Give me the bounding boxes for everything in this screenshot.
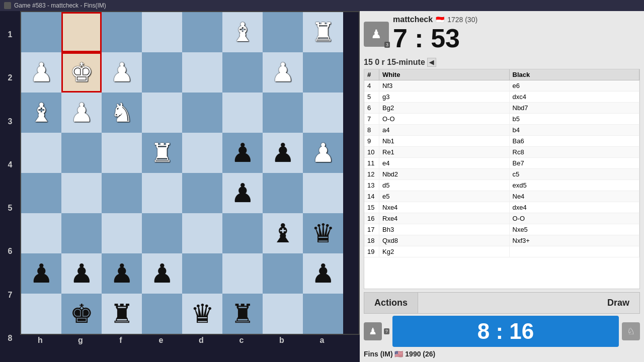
nav-back-button[interactable]: ◀ bbox=[427, 58, 436, 67]
square-6f[interactable] bbox=[102, 213, 142, 253]
move-black[interactable]: Ne4 bbox=[510, 191, 640, 202]
square-3c[interactable] bbox=[222, 93, 263, 133]
square-3a[interactable] bbox=[303, 93, 343, 133]
square-6g[interactable] bbox=[61, 213, 102, 253]
square-1b[interactable] bbox=[263, 12, 303, 52]
move-white[interactable]: Rxe4 bbox=[379, 213, 510, 224]
move-row[interactable]: 8a4b4 bbox=[364, 125, 639, 136]
move-black[interactable]: exd5 bbox=[510, 180, 640, 191]
square-1h[interactable] bbox=[21, 12, 61, 52]
square-8a[interactable] bbox=[303, 294, 343, 334]
square-1c[interactable]: ♝ bbox=[222, 12, 263, 52]
move-row[interactable]: 16Rxe4O-O bbox=[364, 213, 639, 224]
actions-button[interactable]: Actions bbox=[364, 293, 418, 313]
move-white[interactable]: d5 bbox=[379, 180, 510, 191]
square-6d[interactable] bbox=[182, 213, 222, 253]
move-black[interactable]: dxc4 bbox=[510, 92, 640, 102]
square-3e[interactable] bbox=[142, 93, 182, 133]
square-7f[interactable]: ♟ bbox=[102, 253, 142, 294]
square-7b[interactable] bbox=[263, 253, 303, 294]
square-5a[interactable] bbox=[303, 173, 343, 213]
move-white[interactable]: Qxd8 bbox=[379, 235, 510, 246]
square-1d[interactable] bbox=[182, 12, 222, 52]
square-4e[interactable]: ♜ bbox=[142, 133, 182, 173]
move-black[interactable]: Nxe5 bbox=[510, 224, 640, 235]
move-white[interactable]: Nf3 bbox=[379, 80, 510, 91]
move-black[interactable]: b4 bbox=[510, 125, 640, 135]
square-6e[interactable] bbox=[142, 213, 182, 253]
square-2e[interactable] bbox=[142, 52, 182, 93]
square-5c[interactable]: ♟ bbox=[222, 173, 263, 213]
square-1f[interactable] bbox=[102, 12, 142, 52]
square-5f[interactable] bbox=[102, 173, 142, 213]
move-white[interactable]: e5 bbox=[379, 191, 510, 202]
move-list-body[interactable]: 4Nf3e65g3dxc46Bg2Nbd77O-Ob58a4b49Nb1Ba61… bbox=[364, 80, 639, 288]
square-7c[interactable] bbox=[222, 253, 263, 294]
square-6b[interactable]: ♝ bbox=[263, 213, 303, 253]
square-2f[interactable]: ♟ bbox=[102, 52, 142, 93]
square-5d[interactable] bbox=[182, 173, 222, 213]
square-4b[interactable]: ♟ bbox=[263, 133, 303, 173]
move-black[interactable]: Ba6 bbox=[510, 136, 640, 146]
move-white[interactable]: Bg2 bbox=[379, 103, 510, 113]
move-black[interactable]: Rc8 bbox=[510, 147, 640, 157]
square-8c[interactable]: ♜ bbox=[222, 294, 263, 334]
square-8e[interactable] bbox=[142, 294, 182, 334]
chess-board[interactable]: ♝♜♟♚♟♟♝♟♞♜♟♟♟♟♝♛♟♟♟♟♟♚♜♛♜ bbox=[20, 11, 360, 335]
move-white[interactable]: Kg2 bbox=[379, 246, 510, 257]
move-black[interactable]: O-O bbox=[510, 213, 640, 224]
square-8f[interactable]: ♜ bbox=[102, 294, 142, 334]
square-6a[interactable]: ♛ bbox=[303, 213, 343, 253]
square-4a[interactable]: ♟ bbox=[303, 133, 343, 173]
square-1e[interactable] bbox=[142, 12, 182, 52]
square-2c[interactable] bbox=[222, 52, 263, 93]
move-black[interactable] bbox=[510, 246, 640, 257]
draw-button[interactable]: Draw bbox=[597, 293, 639, 313]
move-row[interactable]: 14e5Ne4 bbox=[364, 191, 639, 202]
move-white[interactable]: Nxe4 bbox=[379, 202, 510, 213]
move-row[interactable]: 9Nb1Ba6 bbox=[364, 136, 639, 147]
move-row[interactable]: 18Qxd8Nxf3+ bbox=[364, 235, 639, 246]
square-1a[interactable]: ♜ bbox=[303, 12, 343, 52]
square-3h[interactable]: ♝ bbox=[21, 93, 61, 133]
square-3b[interactable] bbox=[263, 93, 303, 133]
square-7e[interactable]: ♟ bbox=[142, 253, 182, 294]
move-row[interactable]: 7O-Ob5 bbox=[364, 114, 639, 125]
move-row[interactable]: 6Bg2Nbd7 bbox=[364, 103, 639, 114]
square-5b[interactable] bbox=[263, 173, 303, 213]
move-white[interactable]: a4 bbox=[379, 125, 510, 135]
square-6c[interactable] bbox=[222, 213, 263, 253]
move-white[interactable]: Nb1 bbox=[379, 136, 510, 146]
square-1g[interactable] bbox=[61, 12, 102, 52]
move-white[interactable]: e4 bbox=[379, 158, 510, 168]
move-black[interactable]: Be7 bbox=[510, 158, 640, 168]
square-8g[interactable]: ♚ bbox=[61, 294, 102, 334]
square-7h[interactable]: ♟ bbox=[21, 253, 61, 294]
move-row[interactable]: 13d5exd5 bbox=[364, 180, 639, 191]
square-8d[interactable]: ♛ bbox=[182, 294, 222, 334]
square-4d[interactable] bbox=[182, 133, 222, 173]
square-6h[interactable] bbox=[21, 213, 61, 253]
move-black[interactable]: b5 bbox=[510, 114, 640, 124]
square-3g[interactable]: ♟ bbox=[61, 93, 102, 133]
move-black[interactable]: Nbd7 bbox=[510, 103, 640, 113]
square-8h[interactable] bbox=[21, 294, 61, 334]
move-row[interactable]: 11e4Be7 bbox=[364, 158, 639, 169]
move-white[interactable]: Re1 bbox=[379, 147, 510, 157]
move-white[interactable]: Nbd2 bbox=[379, 169, 510, 179]
square-4c[interactable]: ♟ bbox=[222, 133, 263, 173]
square-2h[interactable]: ♟ bbox=[21, 52, 61, 93]
square-7d[interactable] bbox=[182, 253, 222, 294]
move-row[interactable]: 19Kg2 bbox=[364, 246, 639, 257]
square-5e[interactable] bbox=[142, 173, 182, 213]
square-4g[interactable] bbox=[61, 133, 102, 173]
square-2d[interactable] bbox=[182, 52, 222, 93]
square-2g[interactable]: ♚ bbox=[61, 52, 102, 93]
move-black[interactable]: c5 bbox=[510, 169, 640, 179]
square-3d[interactable] bbox=[182, 93, 222, 133]
move-white[interactable]: g3 bbox=[379, 92, 510, 102]
move-white[interactable]: Bh3 bbox=[379, 224, 510, 235]
move-row[interactable]: 10Re1Rc8 bbox=[364, 147, 639, 158]
square-4f[interactable] bbox=[102, 133, 142, 173]
move-white[interactable]: O-O bbox=[379, 114, 510, 124]
